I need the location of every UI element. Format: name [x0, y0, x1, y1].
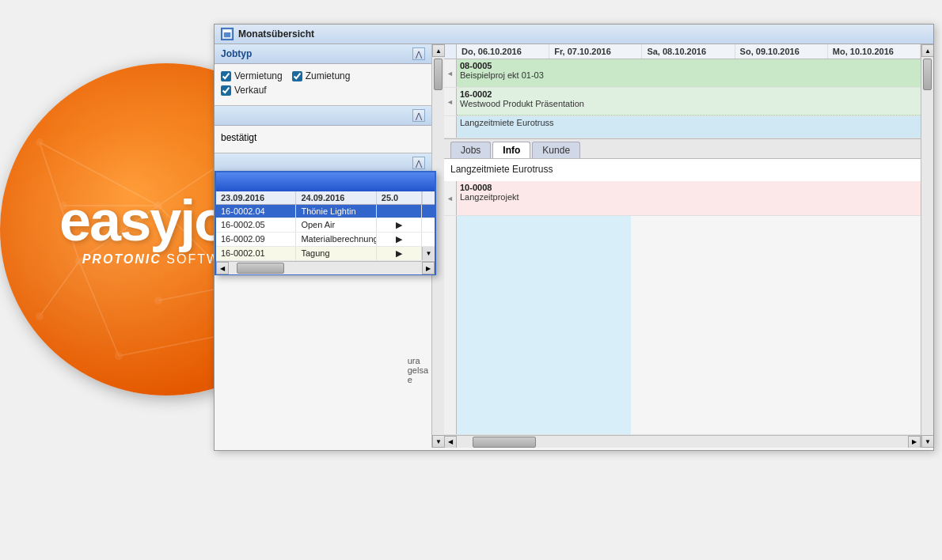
cal-row-4: ◄ 10-0008 Langzeitprojekt — [444, 181, 921, 216]
e-label: e — [408, 375, 428, 384]
sub-cell-extra-2: ▶ — [377, 218, 422, 232]
cal-row-5 — [444, 216, 921, 435]
vermietung-checkbox-label[interactable]: Vermietung — [221, 70, 283, 81]
cal-row-4-name: Langzeitprojekt — [460, 192, 917, 202]
cal-row-4-cells: 10-0008 Langzeitprojekt — [457, 181, 921, 215]
verkauf-checkbox-label[interactable]: Verkauf — [221, 85, 267, 96]
h-scroll-thumb[interactable] — [473, 437, 536, 448]
sub-col-header-extra: 25.0 — [377, 191, 422, 204]
zumietung-checkbox[interactable] — [292, 71, 302, 81]
window-title: Monatsübersicht — [238, 28, 314, 40]
tabs-row: Jobs Info Kunde — [444, 139, 921, 159]
left-panels: Jobtyp ⋀ Vermietung Zumietung — [215, 44, 431, 448]
cal-row-3-name: Langzeitmiete Eurotruss — [460, 118, 917, 127]
svg-point-24 — [154, 297, 162, 305]
tab-content: Langzeitmiete Eurotruss — [444, 159, 921, 181]
sub-cell-name-3: Materialberechnung — [296, 233, 376, 246]
cal-row-1-id: 08-0005 — [460, 61, 917, 70]
window-titlebar: Monatsübersicht — [215, 25, 933, 44]
window-body: Jobtyp ⋀ Vermietung Zumietung — [215, 44, 933, 448]
cal-row-2-id: 16-0002 — [460, 89, 917, 99]
section2: ⋀ bestätigt — [215, 106, 431, 153]
sub-row-2[interactable]: 16-0002.05 Open Air ▶ — [216, 218, 431, 233]
sub-row-3[interactable]: 16-0002.09 Materialberechnung ▶ — [216, 233, 431, 247]
sub-cell-name-4: Tagung — [296, 247, 376, 260]
h-scroll-track — [457, 436, 908, 448]
cal-row-2-name: Westwood Produkt Präsentation — [460, 99, 917, 108]
cal-row-2-arrow: ◄ — [444, 88, 457, 115]
cal-row-1-arrow: ◄ — [444, 59, 457, 87]
section3-collapse-btn[interactable]: ⋀ — [412, 157, 425, 169]
cal-row-5-bar — [457, 216, 631, 434]
date-col-1: Do, 06.10.2016 — [457, 44, 549, 59]
tabs-area: Jobs Info Kunde Langzeitmiete Eurotruss — [444, 138, 921, 181]
right-v-scroll-track — [921, 57, 933, 435]
sub-cell-name-1: Thönie Lightin — [296, 205, 376, 218]
bottom-scrollbar: ◀ ▶ — [444, 435, 921, 448]
sub-cell-id-1: 16-0002.04 — [216, 205, 296, 218]
sub-cell-name-2: Open Air — [296, 218, 376, 232]
left-v-scroll-thumb[interactable] — [434, 59, 443, 90]
cal-row-4-id: 10-0008 — [460, 183, 917, 192]
cal-row-2-bar[interactable]: 16-0002 Westwood Produkt Präsentation — [457, 88, 921, 115]
section2-content: bestätigt — [215, 126, 431, 149]
sub-scroll-right-btn[interactable]: ▶ — [422, 262, 431, 274]
section2-collapse-btn[interactable]: ⋀ — [412, 109, 425, 122]
right-scroll-down-btn[interactable]: ▼ — [921, 435, 933, 448]
verkauf-label: Verkauf — [234, 85, 267, 96]
cal-row-3: Langzeitmiete Eurotruss — [444, 116, 921, 138]
sub-cell-id-4: 16-0002.01 — [216, 247, 296, 260]
cal-row-4-bar[interactable]: 10-0008 Langzeitprojekt — [457, 181, 921, 215]
jobtyp-collapse-btn[interactable]: ⋀ — [412, 47, 425, 60]
cal-row-1-bar[interactable]: 08-0005 Beispielproj ekt 01-03 — [457, 59, 921, 87]
jobtyp-title: Jobtyp — [221, 48, 252, 59]
cal-row-2: ◄ 16-0002 Westwood Produkt Präsentation — [444, 88, 921, 116]
sub-h-scroll-thumb[interactable] — [237, 263, 284, 274]
sub-cell-extra-3: ▶ — [377, 233, 422, 246]
sub-window: 23.09.2016 24.09.2016 25.0 16-0002.04 Th… — [215, 171, 431, 275]
right-panel-wrapper: Do, 06.10.2016 Fr, 07.10.2016 Sa, 08.10.… — [444, 44, 933, 448]
date-col-3: Sa, 08.10.2016 — [642, 44, 735, 59]
sub-row-1[interactable]: 16-0002.04 Thönie Lightin — [216, 205, 431, 218]
date-col-2: Fr, 07.10.2016 — [549, 44, 642, 59]
tab-jobs[interactable]: Jobs — [450, 142, 491, 158]
svg-point-14 — [36, 138, 44, 146]
cal-row-1-cells: 08-0005 Beispielproj ekt 01-03 — [457, 59, 921, 87]
sub-cell-id-2: 16-0002.05 — [216, 218, 296, 232]
checkbox-row-2: Verkauf — [221, 85, 425, 96]
right-v-scroll-thumb[interactable] — [923, 59, 932, 90]
window-icon — [221, 28, 234, 40]
svg-line-13 — [40, 261, 79, 316]
vermietung-checkbox[interactable] — [221, 71, 231, 81]
right-scroll-up-btn[interactable]: ▲ — [921, 44, 933, 57]
zumietung-checkbox-label[interactable]: Zumietung — [292, 70, 351, 81]
sub-row-4[interactable]: 16-0002.01 Tagung ▶ ▼ — [216, 247, 431, 261]
svg-rect-27 — [223, 30, 231, 32]
cal-row-2-cells: 16-0002 Westwood Produkt Präsentation — [457, 88, 921, 115]
main-window: Monatsübersicht Jobtyp ⋀ — [214, 24, 934, 451]
scroll-right-btn[interactable]: ▶ — [908, 436, 921, 448]
left-scroll-down-btn[interactable]: ▼ — [432, 435, 445, 448]
tab-info[interactable]: Info — [492, 142, 530, 158]
sub-col-header-date1: 23.09.2016 — [216, 191, 296, 204]
sub-h-scrollbar: ◀ ▶ — [216, 261, 431, 274]
left-scroll-up-btn[interactable]: ▲ — [432, 44, 445, 57]
svg-line-6 — [79, 261, 119, 356]
calendar-rows: ◄ 08-0005 Beispielproj ekt 01-03 ◄ — [444, 59, 921, 435]
svg-point-20 — [115, 352, 123, 360]
sub-scroll-left-btn[interactable]: ◀ — [216, 262, 229, 274]
scroll-left-btn[interactable]: ◀ — [444, 436, 457, 448]
jobtyp-section: Jobtyp ⋀ Vermietung Zumietung — [215, 44, 431, 106]
vermietung-label: Vermietung — [234, 70, 283, 81]
date-header: Do, 06.10.2016 Fr, 07.10.2016 Sa, 08.10.… — [444, 44, 921, 59]
cal-row-3-bar[interactable]: Langzeitmiete Eurotruss — [457, 116, 921, 138]
sub-window-header — [216, 172, 431, 191]
sub-table-header: 23.09.2016 24.09.2016 25.0 — [216, 191, 431, 205]
cal-row-3-arrow — [444, 116, 457, 138]
svg-point-25 — [36, 312, 44, 320]
protonic-brand: protonic — [82, 252, 161, 266]
tab-kunde[interactable]: Kunde — [532, 142, 580, 158]
sub-rows: 16-0002.04 Thönie Lightin 16-0002.05 Ope… — [216, 205, 431, 261]
section2-header: ⋀ — [215, 106, 431, 126]
verkauf-checkbox[interactable] — [221, 85, 231, 96]
